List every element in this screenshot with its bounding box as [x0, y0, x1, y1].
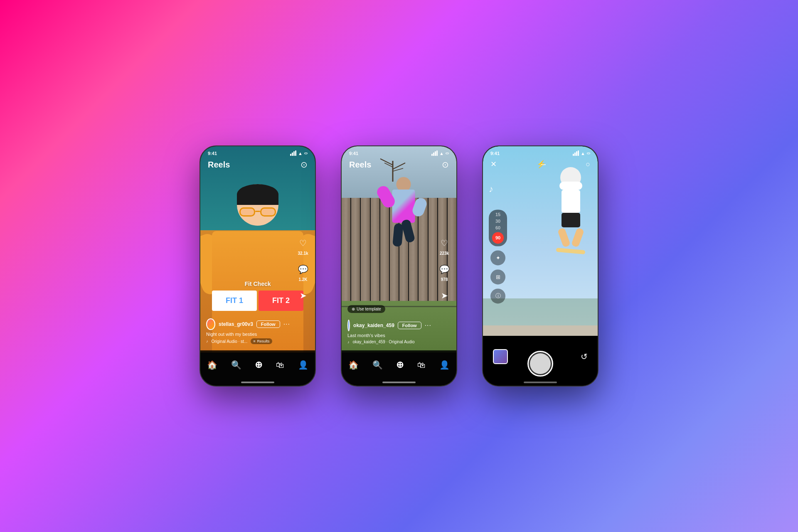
- nav-search-2[interactable]: 🔍: [372, 360, 383, 370]
- fit-buttons: FIT 1 FIT 2: [212, 291, 303, 311]
- phone-3: 9:41 ▲ ✕ ⚡̶ ○ ♪ 15: [482, 145, 598, 387]
- comment-count: 1.2K: [298, 277, 307, 282]
- camera-left-tools: 15 30 60 90 ✦ ⊞ ⓘ: [489, 209, 507, 303]
- close-button[interactable]: ✕: [490, 160, 497, 169]
- battery-icon: [304, 153, 308, 154]
- right-action-icons: ♡ 32.1k 💬 1.2K ➤: [296, 236, 310, 303]
- fit-check-overlay: Fit Check FIT 1 FIT 2: [212, 281, 303, 311]
- home-indicator-2: [382, 382, 416, 383]
- nav-shop-1[interactable]: 🛍: [276, 360, 284, 370]
- reels-title-2: Reels: [349, 160, 371, 170]
- share-group-2[interactable]: ➤: [437, 288, 451, 303]
- share-group[interactable]: ➤: [296, 288, 310, 303]
- avatar-2: [347, 320, 350, 331]
- follow-button-1[interactable]: Follow: [256, 320, 280, 328]
- bottom-nav-2: 🏠 🔍 ⊕ 🛍 👤: [342, 350, 456, 386]
- wifi-icon-2: ▲: [439, 151, 444, 156]
- audio-section-1: ♪ Original Audio · st... ≡ Results: [206, 338, 290, 344]
- status-bar-1: 9:41 ▲: [200, 146, 315, 158]
- camera-icon-2[interactable]: ⊙: [442, 160, 449, 170]
- fit-check-label: Fit Check: [212, 281, 303, 287]
- nav-reels-1[interactable]: ⊕: [255, 360, 262, 370]
- nav-search-1[interactable]: 🔍: [231, 360, 241, 370]
- phone-1: 9:41 ▲ Reels ⊙ Fit Check FIT 1 F: [200, 145, 316, 387]
- nav-profile-1[interactable]: 👤: [298, 360, 308, 370]
- status-bar-2: 9:41 ▲: [342, 146, 456, 158]
- username-2[interactable]: okay_kaiden_459: [353, 323, 394, 328]
- caption-1: Night out with my besties: [206, 332, 290, 337]
- nav-profile-2[interactable]: 👤: [439, 360, 450, 370]
- nav-home-2[interactable]: 🏠: [348, 360, 359, 370]
- app-header-2: Reels ⊙: [342, 158, 456, 171]
- like-group-2[interactable]: ♡ 223k: [437, 236, 451, 256]
- gallery-thumbnail[interactable]: [493, 349, 508, 364]
- duration-15[interactable]: 15: [495, 212, 500, 217]
- audio-note-icon-2: ♪: [347, 340, 350, 344]
- bottom-nav-1: 🏠 🔍 ⊕ 🛍 👤: [200, 350, 315, 386]
- audio-text-2[interactable]: okay_kaiden_459 · Original Audio: [353, 340, 415, 344]
- more-options-2[interactable]: ···: [425, 322, 431, 329]
- shutter-button[interactable]: [527, 351, 553, 377]
- circle-icon[interactable]: ○: [586, 160, 590, 169]
- music-note-icon[interactable]: ♪: [489, 184, 493, 195]
- username-1[interactable]: stellas_gr00v3: [219, 321, 253, 327]
- phone-2: 9:41 ▲ Reels ⊙ ⊕ Use template: [341, 145, 457, 387]
- reels-title-1: Reels: [208, 160, 230, 170]
- home-indicator-3: [524, 382, 557, 383]
- caption-2: Last month's vibes: [347, 333, 431, 338]
- more-options-1[interactable]: ···: [283, 320, 290, 328]
- comment-count-2: 978: [441, 277, 448, 282]
- grid-tool[interactable]: ⊞: [490, 269, 505, 284]
- signal-icon: [290, 150, 296, 156]
- comment-group[interactable]: 💬 1.2K: [296, 262, 310, 282]
- template-icon: ⊕: [352, 307, 355, 311]
- signal-icon-2: [431, 150, 438, 156]
- nav-reels-2[interactable]: ⊕: [396, 360, 404, 370]
- status-time-3: 9:41: [490, 151, 500, 156]
- sparkle-tool[interactable]: ✦: [490, 250, 505, 265]
- send-icon: ➤: [296, 288, 310, 303]
- duration-60[interactable]: 60: [495, 225, 500, 230]
- results-text: Results: [257, 339, 269, 343]
- status-time-2: 9:41: [349, 151, 358, 156]
- like-count: 32.1k: [298, 251, 308, 256]
- battery-icon-3: [587, 153, 590, 154]
- audio-note-icon: ♪: [206, 339, 208, 343]
- flash-disabled-icon[interactable]: ⚡̶: [537, 160, 546, 169]
- comment-group-2[interactable]: 💬 978: [437, 262, 451, 282]
- status-icons-3: ▲: [573, 150, 590, 156]
- status-icons-2: ▲: [431, 150, 449, 156]
- results-badge[interactable]: ≡ Results: [251, 338, 272, 344]
- user-info-2: okay_kaiden_459 Follow ··· Last month's …: [347, 320, 431, 344]
- fit1-button[interactable]: FIT 1: [212, 291, 257, 311]
- duration-90[interactable]: 90: [492, 232, 504, 244]
- camera-icon-1[interactable]: ⊙: [300, 160, 308, 170]
- status-bar-3: 9:41 ▲: [483, 146, 598, 158]
- home-indicator-1: [241, 382, 274, 383]
- nav-shop-2[interactable]: 🛍: [417, 360, 426, 370]
- user-row-2: okay_kaiden_459 Follow ···: [347, 320, 431, 331]
- send-icon-2: ➤: [437, 288, 451, 303]
- comment-icon: 💬: [296, 262, 310, 276]
- duration-30[interactable]: 30: [495, 219, 500, 224]
- nav-home-1[interactable]: 🏠: [207, 360, 217, 370]
- heart-icon-2: ♡: [437, 236, 451, 250]
- use-template-badge[interactable]: ⊕ Use template: [347, 305, 385, 313]
- audio-section-2: ♪ okay_kaiden_459 · Original Audio: [347, 340, 431, 344]
- follow-button-2[interactable]: Follow: [398, 322, 421, 329]
- wifi-icon-3: ▲: [581, 151, 585, 156]
- audio-text-1[interactable]: Original Audio · st...: [212, 339, 248, 344]
- status-icons-1: ▲: [290, 150, 308, 156]
- like-group[interactable]: ♡ 32.1k: [296, 236, 310, 256]
- camera-header: ✕ ⚡̶ ○: [483, 158, 598, 170]
- avatar-1: [206, 318, 215, 330]
- heart-icon: ♡: [296, 236, 310, 250]
- flip-camera-button[interactable]: ↺: [581, 352, 588, 362]
- camera-bottom: ↺: [483, 336, 598, 386]
- shutter-container: [527, 351, 553, 377]
- wifi-icon: ▲: [298, 151, 303, 156]
- results-icon: ≡: [253, 339, 255, 343]
- timer-tool[interactable]: ⓘ: [490, 288, 505, 303]
- status-time-1: 9:41: [208, 151, 217, 156]
- app-header-1: Reels ⊙: [200, 158, 315, 171]
